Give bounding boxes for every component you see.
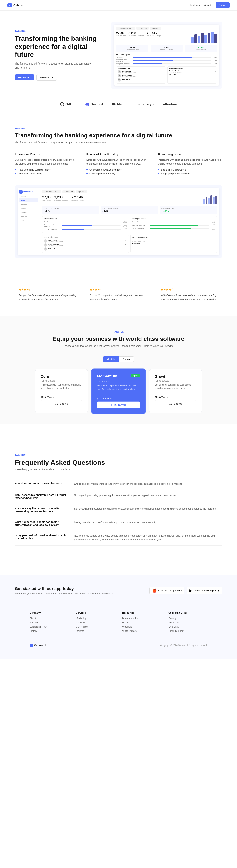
logo-discord: Discord bbox=[85, 102, 103, 106]
faq-answer-3: Self-destructing messages are designed t… bbox=[74, 507, 222, 513]
apple-icon: 🍎 bbox=[152, 588, 157, 593]
logo-text: Oxbow UI bbox=[13, 4, 26, 7]
logo-attentive-text: attentive bbox=[163, 102, 177, 106]
faq-item-1: How does end-to-end encryption work? End… bbox=[15, 478, 222, 490]
progress-row-1: Test Safety 76% bbox=[116, 56, 217, 58]
mock-user-rows: User Leaderboard JF Joel Fortney 421 Poi… bbox=[116, 66, 217, 84]
sidebar-item-learn[interactable]: Learn bbox=[19, 198, 38, 202]
large-dashboard-mockup: ✦ OXBOW UI Search... Learn Courses Suppo… bbox=[15, 185, 222, 258]
footer-link-history[interactable]: History bbox=[30, 629, 69, 632]
strong-topic-1: Test Safety 91% Current bbox=[132, 221, 215, 223]
nav-about[interactable]: About bbox=[204, 4, 211, 7]
cta-title: Get started with our app today bbox=[15, 586, 113, 591]
mini-bar-chart bbox=[191, 32, 217, 43]
measured-topics-panel: Measured Topics Test Safety 76% Current … bbox=[42, 216, 129, 233]
testimonial-text-1: Being in the financial industry, we were… bbox=[19, 293, 76, 301]
pricing-price-core: $29.00/month bbox=[41, 394, 82, 399]
sidebar-item-testing[interactable]: Testing bbox=[19, 218, 38, 222]
hero-get-started-button[interactable]: Get started bbox=[15, 74, 34, 81]
footer-link-mission[interactable]: Mission bbox=[30, 621, 69, 624]
cta-buttons: 🍎 Download on App Store ▶ Download on Go… bbox=[150, 587, 222, 594]
cta-subtitle: Streamline your workflow — collaborate s… bbox=[15, 592, 113, 595]
footer-link-whitepapers[interactable]: White Papers bbox=[122, 629, 161, 632]
footer-link-about[interactable]: About bbox=[30, 617, 69, 620]
sidebar-item-analytics[interactable]: Analytics bbox=[19, 210, 38, 214]
footer-link-pricing[interactable]: Pricing bbox=[168, 617, 207, 620]
sidebar-item-settings[interactable]: Settings bbox=[19, 214, 38, 218]
progress-row-2: Company Basic Functions 52% bbox=[116, 59, 217, 62]
footer-link-api-status[interactable]: API Status bbox=[168, 621, 207, 624]
topic-safety: Test Safety 76% Current bbox=[44, 221, 127, 223]
sidebar-logo: ✦ OXBOW UI bbox=[19, 190, 38, 193]
mock-filter-timeframe: Timeframe: All-time ▾ bbox=[116, 27, 135, 30]
top-stat-users: 27,80 Active Users bbox=[42, 195, 51, 204]
pricing-cta-growth[interactable]: Get Started bbox=[155, 400, 196, 407]
dashboard-main: Timeframe: All-time ▾ People: All ▾ Topi… bbox=[40, 188, 219, 255]
feature-card-2: Powerful Functionality Equipped with adv… bbox=[86, 153, 151, 176]
footer-link-marketing[interactable]: Marketing bbox=[76, 617, 115, 620]
pricing-header: TAGLINE Equip your business with world c… bbox=[15, 331, 222, 362]
pricing-sub-core: For individuals bbox=[41, 379, 82, 382]
hero-left: TAGLINE Transforming the banking experie… bbox=[15, 30, 104, 81]
sidebar-item-courses[interactable]: Courses bbox=[19, 202, 38, 206]
footer-col-support-title: Support & Legal bbox=[168, 612, 207, 614]
nav-links: Features About Button bbox=[190, 2, 230, 8]
footer-link-docs[interactable]: Documentation bbox=[122, 617, 161, 620]
feature-item-3-1: Streamlining operations bbox=[158, 168, 222, 171]
testimonial-3: ★★★★☆ With Oxbow UI, we can create a cus… bbox=[157, 284, 222, 305]
nav-features[interactable]: Features bbox=[190, 4, 200, 7]
faq-answer-2: No, forgetting or losing your encryption… bbox=[74, 494, 222, 499]
footer-logo-icon: ✦ bbox=[30, 644, 33, 647]
footer-link-analytics[interactable]: Analytics bbox=[76, 621, 115, 624]
faq-question-4: What happens if I enable two-factor auth… bbox=[15, 521, 67, 526]
hero-learn-more-button[interactable]: Learn more bbox=[36, 74, 57, 81]
stars-1: ★★★★☆ bbox=[19, 288, 76, 291]
mock-metric-current: 86% Current Knowledge bbox=[151, 44, 183, 52]
testimonial-text-3: With Oxbow UI, we can create a customize… bbox=[161, 293, 218, 301]
top-stat-session: 2m 34s Av. Session Length bbox=[72, 195, 84, 204]
logo-discord-text: Discord bbox=[90, 102, 103, 106]
logo-afterpay: afterpay ⟡ bbox=[138, 102, 154, 106]
group-row-2: Test Group bbox=[169, 74, 216, 75]
user-row-2: JT Jesse Thomas 417 Points · 82% Correct… bbox=[117, 74, 165, 78]
pricing-cta-core[interactable]: Get Started bbox=[41, 400, 82, 407]
logo-afterpay-text: afterpay bbox=[138, 102, 152, 106]
pricing-sub-growth: For corporates bbox=[155, 379, 196, 382]
dashboard-filters: Timeframe: All-time ▾ People: All ▾ Topi… bbox=[42, 190, 217, 193]
filter-people[interactable]: People: All ▾ bbox=[62, 190, 75, 193]
toggle-annual[interactable]: Annual bbox=[119, 356, 134, 362]
faq-section: TAGLINE Frequently Asked Questions Every… bbox=[0, 424, 237, 575]
mock-metrics-row: 64% Starting Knowledge 86% Current Knowl… bbox=[116, 44, 217, 52]
lboard-group-1: Houston Facility 11 Users · 82% Correct … bbox=[132, 239, 215, 242]
testimonial-1: ★★★★☆ Being in the financial industry, w… bbox=[15, 284, 80, 305]
app-store-label: Download on App Store bbox=[158, 589, 182, 592]
pricing-cta-momentum[interactable]: Get Started bbox=[97, 402, 140, 408]
top-stat-questions: 3,298 Questions Answered bbox=[54, 195, 68, 204]
google-play-button[interactable]: ▶ Download on Google Play bbox=[187, 587, 222, 594]
toggle-monthly[interactable]: Monthly bbox=[103, 356, 119, 362]
progress-row-3: Company Marketing 38% bbox=[116, 63, 217, 64]
features-section: TAGLINE Transforming the banking experie… bbox=[0, 113, 237, 280]
footer-link-insights[interactable]: Insights bbox=[76, 629, 115, 632]
footer-link-leadership[interactable]: Leadership Team bbox=[30, 625, 69, 628]
footer-link-guides[interactable]: Guides bbox=[122, 621, 161, 624]
footer-link-commerce[interactable]: Commerce bbox=[76, 625, 115, 628]
mock-stat-1: 27,80 Active Users bbox=[116, 32, 126, 43]
footer-link-webinars[interactable]: Webinars bbox=[122, 625, 161, 628]
footer-logo-text: Oxbow UI bbox=[34, 644, 46, 647]
footer-link-live-chat[interactable]: Live Chat bbox=[168, 625, 207, 628]
filter-topic[interactable]: Topic: All ▾ bbox=[76, 190, 87, 193]
pricing-desc-growth: Designed for established businesses, pro… bbox=[155, 383, 196, 390]
play-icon: ▶ bbox=[189, 588, 192, 593]
footer-copyright: Copyright © 2024 Oxbow UI. All rights re… bbox=[160, 644, 207, 647]
app-store-button[interactable]: 🍎 Download on App Store bbox=[150, 587, 184, 594]
footer-col-services: Services Marketing Analytics Commerce In… bbox=[76, 612, 115, 634]
mock-metric-starting: 64% Starting Knowledge bbox=[116, 44, 148, 52]
nav-cta-button[interactable]: Button bbox=[215, 2, 230, 8]
footer-link-email-support[interactable]: Email Support bbox=[168, 629, 207, 632]
filter-timeframe[interactable]: Timeframe: All-time ▾ bbox=[42, 190, 61, 193]
strong-topic-3: Social Media Fluency 69% Current bbox=[132, 227, 215, 230]
footer-col-company-title: Company bbox=[30, 612, 69, 614]
groups-leaderboard: Groups Leaderboard Houston Facility 11 U… bbox=[130, 235, 217, 253]
google-play-label: Download on Google Play bbox=[194, 589, 219, 592]
